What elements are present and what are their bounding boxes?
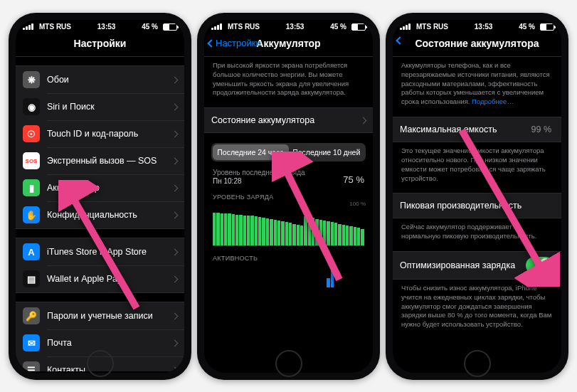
battery-icon: ▮ <box>23 179 40 196</box>
settings-row-wallet[interactable]: ▤Wallet и Apple Pay <box>16 265 184 292</box>
chevron-right-icon <box>171 130 179 137</box>
last-charge-value: 75 % <box>343 174 364 185</box>
optimized-charging-toggle[interactable] <box>526 257 554 274</box>
segment-10d[interactable]: Последние 10 дней <box>289 144 365 160</box>
section-charge-level: УРОВЕНЬ ЗАРЯДА <box>213 194 364 201</box>
chevron-right-icon <box>171 312 179 319</box>
chevron-right-icon <box>171 76 179 83</box>
flower-icon: ❋ <box>23 71 40 88</box>
clock: 13:53 <box>97 23 116 31</box>
settings-row-sos[interactable]: SOSЭкстренный вызов — SOS <box>16 147 184 174</box>
row-label: Экстренный вызов — SOS <box>47 156 172 166</box>
home-button[interactable] <box>87 350 114 377</box>
chevron-left-icon <box>207 39 215 47</box>
max-capacity-row: Максимальная емкость 99 % <box>393 117 561 142</box>
status-bar: MTS RUS 13:53 45 % <box>393 20 561 32</box>
screen-battery: MTS RUS 13:53 45 % Настройки Аккумулятор… <box>204 20 373 373</box>
screen-battery-health: MTS RUS 13:53 45 % Состояние аккумулятор… <box>393 20 561 373</box>
settings-row-itunes[interactable]: AiTunes Store и App Store <box>16 238 184 265</box>
section-activity: АКТИВНОСТЬ <box>213 255 364 262</box>
max-capacity-value: 99 % <box>531 125 552 134</box>
battery-health-row[interactable]: Состояние аккумулятора <box>204 108 373 132</box>
optimized-charging-row[interactable]: Оптимизированная зарядка <box>393 252 561 279</box>
phone-frame: MTS RUS 13:53 45 % Настройки Аккумулятор… <box>197 13 380 380</box>
row-label: Touch ID и код-пароль <box>47 129 172 139</box>
row-label: Почта <box>47 338 172 348</box>
phone-frame: MTS RUS 13:53 45 % Состояние аккумулятор… <box>386 13 568 380</box>
chevron-right-icon <box>171 339 179 346</box>
last-charge-time: Пн 10:28 <box>213 177 305 185</box>
chevron-right-icon <box>171 248 179 255</box>
nav-header: Настройки <box>16 32 184 57</box>
segment-24h[interactable]: Последние 24 часа <box>213 144 289 160</box>
back-button[interactable]: Настройки <box>208 38 261 48</box>
chevron-right-icon <box>171 184 179 191</box>
battery-icon <box>351 23 366 31</box>
battery-pct: 45 % <box>142 23 158 31</box>
battery-icon <box>540 23 554 31</box>
back-button[interactable] <box>397 38 403 43</box>
mail-icon: ✉ <box>23 334 40 351</box>
home-button[interactable] <box>464 350 491 377</box>
peak-desc: Сейчас аккумулятор поддерживает нормальн… <box>393 218 561 243</box>
learn-more-link[interactable]: Подробнее… <box>472 97 514 105</box>
chevron-right-icon <box>171 275 179 282</box>
status-bar: MTS RUS 13:53 45 % <box>16 20 184 32</box>
row-label: Конфиденциальность <box>47 210 172 220</box>
wallet-icon: ▤ <box>23 270 40 287</box>
settings-row-key[interactable]: 🔑Пароли и учетные записи <box>16 302 184 329</box>
brightness-hint: При высокой яркости экрана потребляется … <box>204 57 373 99</box>
chevron-left-icon <box>396 36 403 44</box>
capacity-desc: Это текущее значение емкости аккумулятор… <box>393 142 561 184</box>
charge-level-chart: 100 % <box>213 203 364 246</box>
settings-row-flower[interactable]: ❋Обои <box>16 66 184 93</box>
settings-row-hand[interactable]: ✋Конфиденциальность <box>16 201 184 228</box>
screen-settings: MTS RUS 13:53 45 % Настройки ❋Обои◉Siri … <box>16 20 184 373</box>
time-range-segment[interactable]: Последние 24 часа Последние 10 дней <box>211 143 366 161</box>
chevron-right-icon <box>171 366 179 371</box>
settings-row-finger[interactable]: ☉Touch ID и код-пароль <box>16 120 184 147</box>
chevron-right-icon <box>171 211 179 218</box>
page-title: Настройки <box>20 38 180 49</box>
row-label: Пароли и учетные записи <box>47 311 172 321</box>
row-label: Аккумулятор <box>47 183 172 193</box>
battery-icon <box>163 23 177 31</box>
settings-row-siri[interactable]: ◉Siri и Поиск <box>16 93 184 120</box>
nav-header: Настройки Аккумулятор <box>204 32 373 57</box>
activity-chart <box>213 265 364 287</box>
chevron-right-icon <box>171 157 179 164</box>
finger-icon: ☉ <box>23 125 40 142</box>
settings-row-battery[interactable]: ▮Аккумулятор <box>16 174 184 201</box>
row-label: Siri и Поиск <box>47 102 172 112</box>
row-label: Обои <box>47 75 172 85</box>
nav-header: Состояние аккумулятора <box>393 32 561 57</box>
phone-frame: MTS RUS 13:53 45 % Настройки ❋Обои◉Siri … <box>9 13 191 380</box>
peak-performance-row: Пиковая производительность <box>393 194 561 218</box>
row-label: Wallet и Apple Pay <box>47 274 172 284</box>
key-icon: 🔑 <box>23 307 40 324</box>
row-label: iTunes Store и App Store <box>47 247 172 257</box>
status-bar: MTS RUS 13:53 45 % <box>204 20 373 32</box>
carrier: MTS RUS <box>39 23 71 31</box>
hand-icon: ✋ <box>23 206 40 223</box>
chevron-right-icon <box>360 117 367 124</box>
optimized-desc: Чтобы снизить износ аккумулятора, iPhone… <box>393 280 561 331</box>
intro-text: Аккумуляторы телефона, как и все перезар… <box>393 57 561 108</box>
itunes-icon: A <box>23 243 40 260</box>
home-button[interactable] <box>275 350 302 377</box>
last-charge-label: Уровень последнего заряда <box>213 169 305 176</box>
sos-icon: SOS <box>23 152 40 169</box>
contacts-icon: ☰ <box>23 361 40 371</box>
page-title: Состояние аккумулятора <box>397 38 557 49</box>
chevron-right-icon <box>171 103 179 110</box>
siri-icon: ◉ <box>23 98 40 115</box>
